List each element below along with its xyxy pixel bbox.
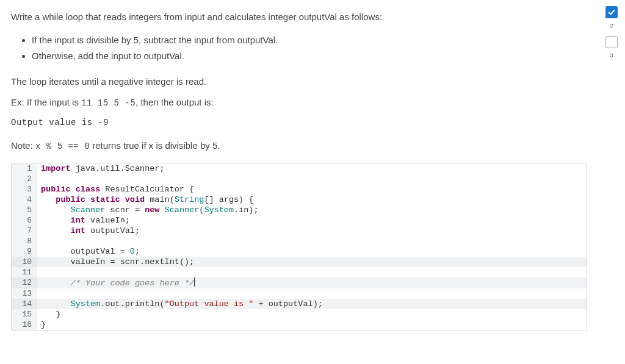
line-number: 1: [12, 163, 37, 174]
code-line[interactable]: }: [37, 319, 587, 330]
line-number: 16: [12, 319, 37, 330]
line-number: 9: [12, 246, 37, 257]
code-line[interactable]: int valueIn;: [37, 215, 587, 226]
list-item: Otherwise, add the input to outputVal.: [32, 49, 587, 63]
code-line[interactable]: [37, 288, 587, 299]
line-number: 14: [12, 299, 37, 309]
line-number: 7: [12, 226, 37, 236]
line-number: 5: [12, 205, 37, 215]
line-number: 8: [12, 236, 37, 246]
note-line: Note: x % 5 == 0 returns true if x is di…: [11, 138, 587, 153]
example-line: Ex: If the input is 11 15 5 -5, then the…: [11, 95, 587, 110]
step-pending-icon[interactable]: [605, 36, 618, 48]
requirements-list: If the input is divisible by 5, subtract…: [32, 33, 587, 63]
code-line[interactable]: public class ResultCalculator {: [37, 184, 587, 194]
list-item: If the input is divisible by 5, subtract…: [32, 33, 587, 48]
code-editor[interactable]: 1import java.util.Scanner; 2 3public cla…: [11, 163, 587, 330]
problem-panel: Write a while loop that reads integers f…: [0, 0, 598, 364]
step-number: 3: [610, 51, 613, 60]
text-cursor: [194, 277, 195, 287]
note-prefix: Note:: [11, 140, 35, 151]
check-icon: [607, 8, 616, 16]
code-line[interactable]: import java.util.Scanner;: [37, 163, 587, 174]
step-complete-icon[interactable]: [605, 6, 618, 18]
line-number: 6: [12, 215, 37, 226]
code-line[interactable]: Scanner scnr = new Scanner(System.in);: [37, 205, 587, 215]
code-line[interactable]: int outputVal;: [37, 226, 587, 236]
code-line[interactable]: valueIn = scnr.nextInt();: [37, 257, 587, 267]
note-suffix: returns true if x is divisible by 5.: [90, 140, 220, 151]
example-prefix: Ex: If the input is: [11, 97, 81, 107]
line-number: 12: [12, 277, 37, 288]
line-number: 4: [12, 194, 37, 205]
code-line[interactable]: outputVal = 0;: [37, 246, 587, 257]
step-sidebar: 2 3: [598, 0, 625, 364]
line-number: 10: [12, 257, 37, 267]
code-line[interactable]: public static void main(String[] args) {: [37, 194, 587, 205]
code-line[interactable]: System.out.println("Output value is " + …: [37, 299, 587, 309]
line-number: 13: [12, 288, 37, 299]
line-number: 11: [12, 267, 37, 277]
code-line[interactable]: [37, 267, 587, 277]
code-line[interactable]: [37, 236, 587, 246]
line-number: 3: [12, 184, 37, 194]
note-expression: x % 5 == 0: [35, 141, 90, 151]
code-line[interactable]: }: [37, 309, 587, 319]
example-input: 11 15 5 -5: [81, 98, 135, 108]
line-number: 15: [12, 309, 37, 319]
code-line[interactable]: /* Your code goes here */: [37, 277, 587, 288]
loop-condition-note: The loop iterates until a negative integ…: [11, 74, 587, 89]
code-line[interactable]: [37, 174, 587, 184]
step-number: 2: [610, 21, 613, 30]
example-output: Output value is -9: [11, 116, 587, 129]
problem-intro: Write a while loop that reads integers f…: [11, 10, 587, 24]
line-number: 2: [12, 174, 37, 184]
example-suffix: , then the output is:: [135, 97, 214, 107]
